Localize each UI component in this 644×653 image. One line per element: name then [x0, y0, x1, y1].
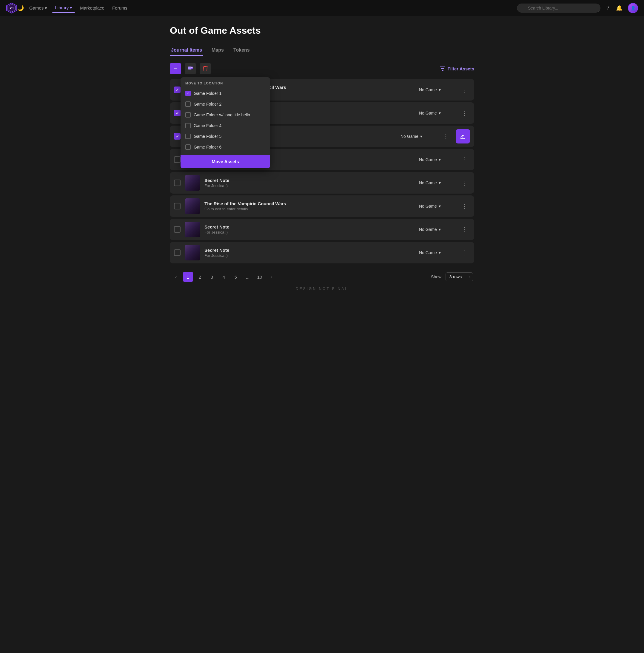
table-row: Secret Note For Jessica :) No Game ▾ ⋮	[170, 219, 474, 240]
tab-tokens[interactable]: Tokens	[232, 45, 251, 56]
nav-games[interactable]: Games ▾	[26, 4, 50, 13]
deselect-button[interactable]: −	[170, 63, 181, 74]
row-desc-5: For Jessica :)	[205, 184, 415, 188]
folder-item-5[interactable]: Game Folder 6	[181, 142, 270, 152]
next-page-button[interactable]: ›	[266, 272, 277, 282]
avatar[interactable]: 👤	[628, 3, 638, 13]
row-checkbox-3[interactable]	[174, 133, 181, 140]
rows-select-wrap: 8 rows 16 rows 32 rows	[446, 272, 473, 281]
filter-button[interactable]: Filter Assets	[440, 66, 474, 71]
nav-links: Games ▾ Library ▾ Marketplace Forums	[26, 3, 517, 13]
nav-library[interactable]: Library ▾	[52, 3, 75, 13]
folder-item-4[interactable]: Game Folder 5	[181, 131, 270, 142]
row-more-6[interactable]: ⋮	[459, 201, 470, 211]
row-thumbnail-5	[185, 175, 200, 191]
chevron-down-icon: ▾	[439, 204, 441, 209]
row-game-5[interactable]: No Game ▾	[419, 180, 455, 185]
row-more-7[interactable]: ⋮	[459, 225, 470, 234]
page-title: Out of Game Assets	[170, 25, 474, 36]
bell-button[interactable]: 🔔	[615, 4, 624, 13]
tab-journal-items[interactable]: Journal Items	[170, 45, 203, 56]
watermark: DESIGN NOT FINAL	[170, 287, 474, 297]
chevron-down-icon: ▾	[45, 5, 47, 11]
folder-checkbox-1[interactable]	[185, 101, 191, 107]
chevron-down-icon: ▾	[439, 88, 441, 92]
row-more-5[interactable]: ⋮	[459, 178, 470, 188]
folder-checkbox-0[interactable]	[185, 91, 191, 96]
chevron-down-icon: ▾	[439, 111, 441, 116]
help-button[interactable]: ?	[605, 4, 611, 12]
theme-toggle[interactable]: 🌙	[17, 5, 24, 11]
toolbar-left: − MOVE TO LOCATION Game Folder 1	[170, 63, 211, 74]
chevron-down-icon: ▾	[439, 157, 441, 162]
row-more-1[interactable]: ⋮	[459, 85, 470, 95]
folder-item-3[interactable]: Game Folder 4	[181, 120, 270, 131]
row-name-8: Secret Note	[205, 248, 415, 253]
page-button-2[interactable]: 2	[195, 272, 205, 282]
row-thumbnail-6	[185, 198, 200, 214]
row-checkbox-6[interactable]	[174, 203, 181, 210]
nav-forums[interactable]: Forums	[109, 4, 130, 12]
dropdown-title: MOVE TO LOCATION	[181, 81, 270, 88]
row-checkbox-5[interactable]	[174, 179, 181, 186]
row-game-6[interactable]: No Game ▾	[419, 204, 455, 209]
row-info-6: The Rise of the Vampiric Council Wars Go…	[205, 201, 415, 211]
row-checkbox-7[interactable]	[174, 226, 181, 233]
row-checkbox-2[interactable]	[174, 110, 181, 116]
search-input[interactable]	[517, 4, 600, 13]
tab-maps[interactable]: Maps	[210, 45, 225, 56]
logo[interactable]: 20	[6, 2, 17, 14]
folder-checkbox-3[interactable]	[185, 123, 191, 128]
folder-checkbox-5[interactable]	[185, 144, 191, 150]
row-checkbox-1[interactable]	[174, 87, 181, 93]
folder-item-0[interactable]: Game Folder 1	[181, 88, 270, 99]
folder-item-1[interactable]: Game Folder 2	[181, 99, 270, 110]
folder-checkbox-4[interactable]	[185, 134, 191, 139]
prev-page-button[interactable]: ‹	[171, 272, 181, 282]
page-button-4[interactable]: 4	[219, 272, 229, 282]
show-label: Show:	[431, 274, 443, 279]
row-game-2[interactable]: No Game ▾	[419, 111, 455, 116]
row-name-6: The Rise of the Vampiric Council Wars	[205, 201, 415, 206]
folder-item-2[interactable]: Game Folder w/ long title hello...	[181, 110, 270, 120]
page-ellipsis[interactable]: ...	[243, 272, 253, 282]
row-info-8: Secret Note For Jessica :)	[205, 248, 415, 258]
toolbar: − MOVE TO LOCATION Game Folder 1	[170, 63, 474, 74]
row-desc-7: For Jessica :)	[205, 230, 415, 235]
row-game-4[interactable]: No Game ▾	[419, 157, 455, 162]
row-thumbnail-8	[185, 245, 200, 261]
row-game-1[interactable]: No Game ▾	[419, 88, 455, 92]
move-button[interactable]	[185, 63, 196, 74]
row-game-3[interactable]: No Game ▾	[401, 134, 436, 139]
row-checkbox-4[interactable]	[174, 156, 181, 163]
page-button-10[interactable]: 10	[255, 272, 265, 282]
row-game-7[interactable]: No Game ▾	[419, 227, 455, 232]
row-game-8[interactable]: No Game ▾	[419, 250, 455, 255]
move-assets-button[interactable]: Move Assets	[181, 155, 270, 168]
show-rows: Show: 8 rows 16 rows 32 rows	[431, 272, 473, 281]
table-row: Secret Note For Jessica :) No Game ▾ ⋮	[170, 172, 474, 194]
page-button-5[interactable]: 5	[231, 272, 241, 282]
folder-checkbox-2[interactable]	[185, 112, 191, 118]
page-content: Out of Game Assets Journal Items Maps To…	[158, 16, 486, 303]
rows-select[interactable]: 8 rows 16 rows 32 rows	[446, 272, 473, 281]
row-more-2[interactable]: ⋮	[459, 108, 470, 118]
upload-button-3[interactable]	[456, 129, 470, 144]
tab-bar: Journal Items Maps Tokens	[170, 45, 474, 56]
row-more-8[interactable]: ⋮	[459, 248, 470, 258]
nav-icons: ? 🔔 👤	[605, 3, 638, 13]
page-button-3[interactable]: 3	[207, 272, 217, 282]
page-button-1[interactable]: 1	[183, 272, 193, 282]
chevron-down-icon: ▾	[439, 250, 441, 255]
row-more-3[interactable]: ⋮	[440, 131, 452, 141]
row-checkbox-8[interactable]	[174, 249, 181, 256]
move-to-location-dropdown: MOVE TO LOCATION Game Folder 1 Game Fold…	[181, 77, 270, 168]
row-info-7: Secret Note For Jessica :)	[205, 224, 415, 235]
row-more-4[interactable]: ⋮	[459, 155, 470, 164]
nav-marketplace[interactable]: Marketplace	[77, 4, 108, 12]
chevron-down-icon: ▾	[439, 180, 441, 185]
delete-button[interactable]	[200, 63, 211, 74]
filter-label: Filter Assets	[448, 66, 474, 71]
pagination: ‹ 1 2 3 4 5 ... 10 › Show: 8 rows 16 row…	[170, 272, 474, 282]
chevron-down-icon: ▾	[70, 5, 72, 10]
